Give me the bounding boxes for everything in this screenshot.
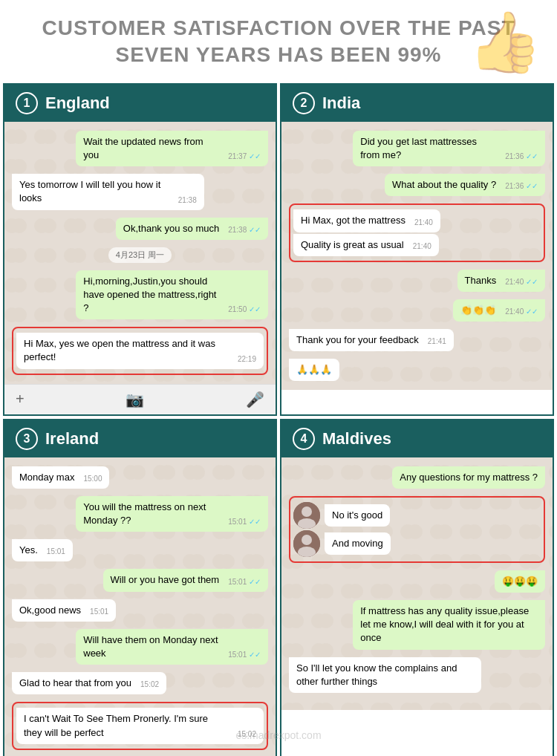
highlighted-group: Hi Max, got the mattress 21:40 Quality i… bbox=[289, 203, 545, 261]
chat-body-england: Wait the updated news from you 21:37 ✓✓ … bbox=[4, 122, 276, 384]
chat-message: No it's good bbox=[293, 502, 541, 529]
chat-message: Ok,good news 15:01 bbox=[12, 599, 268, 622]
panel-country: India bbox=[322, 94, 360, 113]
highlighted-group: No it's good And moving bbox=[289, 496, 545, 563]
bubble: If mattress has any quality issue,please… bbox=[353, 600, 545, 650]
bubble: Will have them on Monday next week 15:01… bbox=[76, 629, 268, 665]
chat-body-india: Did you get last mattresses from me? 21:… bbox=[281, 122, 553, 391]
chat-message: Glad to hear that from you 15:02 bbox=[12, 672, 268, 694]
avatar bbox=[293, 530, 320, 557]
chat-message: Hi,morning,Justin,you should have opened… bbox=[12, 270, 268, 320]
panel-country: Ireland bbox=[45, 429, 99, 449]
chat-message: Yes tomorrow I will tell you how it look… bbox=[12, 174, 268, 209]
bubble: Will or you have got them 15:01 ✓✓ bbox=[103, 569, 269, 591]
bubble: Glad to hear that from you 15:02 bbox=[12, 672, 166, 694]
chat-message: Yes. 15:01 bbox=[12, 539, 268, 561]
panel-ireland: 3 Ireland Monday max 15:00 You will the … bbox=[3, 419, 277, 756]
header: 👍 CUSTOMER SATISFACTION OVER THE PAST SE… bbox=[0, 0, 557, 80]
panel-india: 2 India Did you get last mattresses from… bbox=[280, 83, 554, 416]
chat-message: Hi Max, yes we open the mattress and it … bbox=[16, 333, 264, 368]
panel-number: 4 bbox=[293, 428, 315, 450]
bubble: So I'll let you know the complains and o… bbox=[289, 657, 481, 693]
chat-message: Wait the updated news from you 21:37 ✓✓ bbox=[12, 131, 268, 166]
panel-number: 1 bbox=[16, 92, 38, 114]
panel-maldives: 4 Maldives Any questions for my mattress… bbox=[280, 419, 554, 756]
chat-message: Will or you have got them 15:01 ✓✓ bbox=[12, 569, 268, 591]
highlighted-message: I can't Wait To See Them Pronerly. I'm s… bbox=[12, 702, 268, 749]
chat-message: If mattress has any quality issue,please… bbox=[289, 600, 545, 650]
panel-number: 3 bbox=[16, 428, 38, 450]
bubble: Thank you for your feedback 21:41 bbox=[289, 329, 454, 351]
bubble: Hi Max, got the mattress 21:40 bbox=[293, 209, 440, 232]
bubble: What about the quality ? 21:36 ✓✓ bbox=[385, 174, 545, 196]
bubble: Thanks 21:40 ✓✓ bbox=[457, 270, 545, 292]
chat-message: Quality is great as usual 21:40 bbox=[293, 234, 541, 256]
chat-message: 👏👏👏 21:40 ✓✓ bbox=[289, 299, 545, 322]
panel-country: Maldives bbox=[322, 429, 391, 449]
chat-message: Hi Max, got the mattress 21:40 bbox=[293, 209, 541, 232]
bubble: Any questions for my mattress ? bbox=[392, 466, 545, 489]
chat-toolbar: + 📷 🎤 bbox=[4, 384, 276, 414]
chat-body-ireland: Monday max 15:00 You will the mattress o… bbox=[4, 457, 276, 756]
bubble: 🤑🤑🤑 bbox=[495, 570, 545, 593]
chat-message: You will the mattress on next Monday ?? … bbox=[12, 496, 268, 532]
chat-message: Will have them on Monday next week 15:01… bbox=[12, 629, 268, 665]
header-title: CUSTOMER SATISFACTION OVER THE PAST SEVE… bbox=[30, 15, 527, 69]
panel-england: 1 England Wait the updated news from you… bbox=[3, 83, 277, 416]
chat-message: Monday max 15:00 bbox=[12, 466, 268, 489]
svg-point-1 bbox=[302, 506, 312, 517]
bubble: Hi,morning,Justin,you should have opened… bbox=[76, 270, 268, 320]
chat-message: 🙏🙏🙏 bbox=[289, 359, 545, 381]
bubble: Wait the updated news from you 21:37 ✓✓ bbox=[76, 131, 268, 166]
bubble: Yes tomorrow I will tell you how it look… bbox=[12, 174, 204, 209]
bubble: I can't Wait To See Them Pronerly. I'm s… bbox=[16, 708, 264, 743]
bubble: Did you get last mattresses from me? 21:… bbox=[353, 131, 545, 166]
bubble: Quality is great as usual 21:40 bbox=[293, 234, 439, 256]
bubble: Ok,good news 15:01 bbox=[12, 599, 116, 622]
chat-message: Did you get last mattresses from me? 21:… bbox=[289, 131, 545, 166]
camera-icon[interactable]: 📷 bbox=[126, 391, 144, 408]
avatar bbox=[293, 502, 320, 529]
panel-number: 2 bbox=[293, 92, 315, 114]
chat-message: What about the quality ? 21:36 ✓✓ bbox=[289, 174, 545, 196]
bubble: Hi Max, yes we open the mattress and it … bbox=[16, 333, 264, 368]
panel-header-ireland: 3 Ireland bbox=[4, 420, 276, 457]
panels-grid: 1 England Wait the updated news from you… bbox=[0, 80, 557, 756]
highlighted-message: Hi Max, yes we open the mattress and it … bbox=[12, 327, 268, 374]
chat-message: Any questions for my mattress ? bbox=[289, 466, 545, 489]
bubble: Ok,thank you so much 21:38 ✓✓ bbox=[116, 218, 268, 240]
mic-icon[interactable]: 🎤 bbox=[246, 391, 264, 408]
bubble: Monday max 15:00 bbox=[12, 466, 109, 489]
bubble: Yes. 15:01 bbox=[12, 539, 73, 561]
chat-message: 🤑🤑🤑 bbox=[289, 570, 545, 593]
add-icon[interactable]: + bbox=[16, 391, 25, 408]
bubble: 👏👏👏 21:40 ✓✓ bbox=[453, 299, 545, 322]
chat-message: And moving bbox=[293, 530, 541, 557]
bubble: And moving bbox=[325, 532, 391, 555]
panel-header-india: 2 India bbox=[281, 85, 553, 122]
chat-message: I can't Wait To See Them Pronerly. I'm s… bbox=[16, 708, 264, 743]
chat-message: Thank you for your feedback 21:41 bbox=[289, 329, 545, 351]
bubble: No it's good bbox=[325, 504, 390, 527]
bubble: You will the mattress on next Monday ?? … bbox=[76, 496, 268, 532]
thumbs-icon: 👍 bbox=[468, 7, 542, 77]
panel-header-england: 1 England bbox=[4, 85, 276, 122]
date-divider: 4月23日 周一 bbox=[12, 247, 268, 263]
chat-message: Ok,thank you so much 21:38 ✓✓ bbox=[12, 218, 268, 240]
chat-body-maldives: Any questions for my mattress ? No it's … bbox=[281, 457, 553, 710]
panel-country: England bbox=[45, 94, 110, 113]
chat-message: So I'll let you know the complains and o… bbox=[289, 657, 545, 693]
chat-message: Thanks 21:40 ✓✓ bbox=[289, 270, 545, 292]
svg-point-4 bbox=[302, 535, 312, 545]
bubble: 🙏🙏🙏 bbox=[289, 359, 339, 381]
panel-header-maldives: 4 Maldives bbox=[281, 420, 553, 457]
